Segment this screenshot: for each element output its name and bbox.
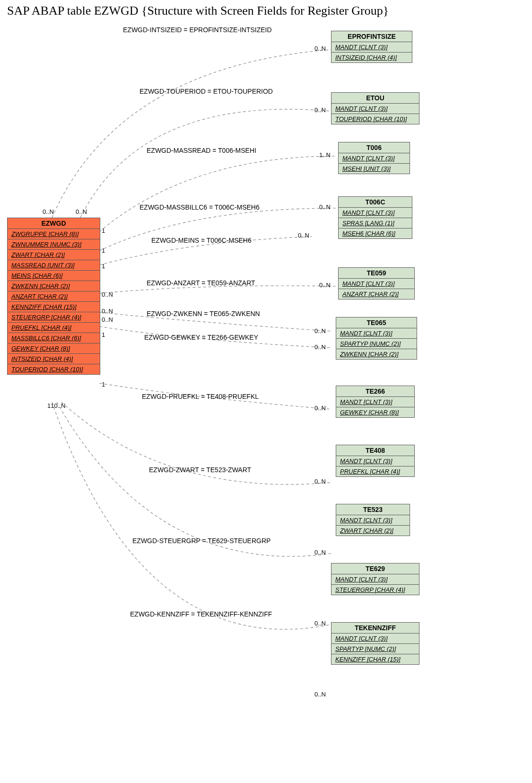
table-row: MANDT [CLNT (3)] (336, 397, 414, 407)
cardinality-right: 0..N (314, 405, 326, 412)
table-row: MASSBILLC6 [CHAR (6)] (8, 333, 100, 343)
table-row: KENNZIFF [CHAR (15)] (8, 302, 100, 312)
relationship-label: EZWGD-KENNZIFF = TEKENNZIFF-KENNZIFF (130, 610, 272, 618)
table-row: SPARTYP [NUMC (2)] (331, 644, 419, 654)
table-row: MANDT [CLNT (3)] (336, 456, 414, 466)
cardinality-right: 0..N (314, 45, 326, 52)
table-row: MSEHI [UNIT (3)] (339, 164, 410, 174)
cardinality-right: 0..N (314, 478, 326, 485)
table-row: TOUPERIOD [CHAR (10)] (8, 364, 100, 374)
table-row: SPRAS [LANG (1)] (339, 218, 412, 229)
table-header: EPROFINTSIZE (331, 31, 412, 42)
table-row: SPARTYP [NUMC (2)] (336, 339, 417, 349)
table-row: GEWKEY [CHAR (8)] (336, 407, 414, 417)
table-te629: TE629 MANDT [CLNT (3)] STEUERGRP [CHAR (… (331, 563, 419, 595)
cardinality-right: 0..N (314, 327, 326, 334)
table-row: MEINS [CHAR (6)] (8, 271, 100, 281)
table-row: INTSIZEID [CHAR (4)] (8, 354, 100, 364)
cardinality-left: 0..N (43, 208, 54, 215)
table-row: MANDT [CLNT (3)] (339, 208, 412, 218)
diagram-page: SAP ABAP table EZWGD {Structure with Scr… (0, 0, 532, 783)
page-title: SAP ABAP table EZWGD {Structure with Scr… (7, 4, 389, 18)
cardinality-right: 0..N (314, 691, 326, 698)
table-tekennziff: TEKENNZIFF MANDT [CLNT (3)] SPARTYP [NUM… (331, 622, 419, 665)
table-row: MANDT [CLNT (3)] (336, 328, 417, 339)
table-row: INTSIZEID [CHAR (4)] (331, 53, 412, 62)
relationship-label: EZWGD-MASSREAD = T006-MSEHI (147, 147, 256, 154)
table-row: MASSREAD [UNIT (3)] (8, 260, 100, 271)
table-row: ANZART [CHAR (2)] (339, 289, 414, 299)
table-header: T006C (339, 197, 412, 208)
cardinality-left: 0..N (102, 291, 113, 298)
table-row: TOUPERIOD [CHAR (10)] (331, 114, 419, 124)
table-te266: TE266 MANDT [CLNT (3)] GEWKEY [CHAR (8)] (336, 386, 415, 418)
table-header: TE065 (336, 317, 417, 328)
table-header: TE523 (336, 504, 410, 515)
table-row: STEUERGRP [CHAR (4)] (331, 585, 419, 595)
cardinality-left: 1 (102, 263, 105, 270)
table-header: TE408 (336, 445, 414, 456)
cardinality-left: 0..N (76, 208, 87, 215)
table-row: MANDT [CLNT (3)] (331, 104, 419, 114)
connector-layer (0, 0, 532, 783)
table-row: ZWART [CHAR (2)] (8, 250, 100, 260)
table-row: MANDT [CLNT (3)] (331, 574, 419, 585)
table-row: ZWNUMMER [NUMC (3)] (8, 239, 100, 250)
cardinality-right: 0..N (314, 106, 326, 114)
relationship-label: EZWGD-PRUEFKL = TE408-PRUEFKL (142, 393, 259, 400)
relationship-label: EZWGD-ANZART = TE059-ANZART (147, 279, 255, 287)
table-t006: T006 MANDT [CLNT (3)] MSEHI [UNIT (3)] (338, 142, 410, 174)
table-row: PRUEFKL [CHAR (4)] (336, 466, 414, 476)
relationship-label: EZWGD-MASSBILLC6 = T006C-MSEH6 (140, 203, 260, 211)
cardinality-right: 0..N (314, 620, 326, 627)
table-header: TE266 (336, 386, 414, 397)
table-row: KENNZIFF [CHAR (15)] (331, 654, 419, 664)
cardinality-right: 0..N (319, 203, 331, 211)
table-te065: TE065 MANDT [CLNT (3)] SPARTYP [NUMC (2)… (336, 317, 417, 360)
cardinality-right: 0..N (298, 232, 309, 239)
table-header: T006 (339, 142, 410, 153)
cardinality-right: 0..N (314, 549, 326, 556)
relationship-label: EZWGD-INTSIZEID = EPROFINTSIZE-INTSIZEID (123, 26, 272, 34)
cardinality-left: 1 (102, 381, 105, 388)
table-header: ETOU (331, 93, 419, 104)
cardinality-right: 0..N (314, 343, 326, 351)
table-header: TE059 (339, 268, 414, 279)
table-row: MANDT [CLNT (3)] (331, 633, 419, 644)
table-row: ZWKENN [CHAR (2)] (336, 349, 417, 359)
table-row: MANDT [CLNT (3)] (339, 279, 414, 289)
table-te523: TE523 MANDT [CLNT (3)] ZWART [CHAR (2)] (336, 504, 410, 536)
relationship-label: EZWGD-STEUERGRP = TE629-STEUERGRP (132, 537, 270, 545)
table-eprofintsize: EPROFINTSIZE MANDT [CLNT (3)] INTSIZEID … (331, 31, 412, 63)
relationship-label: EZWGD-GEWKEY = TE266-GEWKEY (144, 334, 258, 341)
relationship-label: EZWGD-TOUPERIOD = ETOU-TOUPERIOD (140, 88, 273, 95)
cardinality-right: 1..N (319, 151, 331, 158)
table-header: TEKENNZIFF (331, 623, 419, 633)
table-ezwgd: EZWGD ZWGRUPPE [CHAR (8)] ZWNUMMER [NUMC… (7, 218, 100, 375)
table-te059: TE059 MANDT [CLNT (3)] ANZART [CHAR (2)] (338, 267, 415, 299)
table-row: MANDT [CLNT (3)] (339, 153, 410, 164)
cardinality-left: 1 (102, 227, 105, 234)
cardinality-right: 0..N (319, 282, 331, 289)
table-row: ZWGRUPPE [CHAR (8)] (8, 229, 100, 239)
relationship-label: EZWGD-ZWART = TE523-ZWART (149, 466, 251, 474)
cardinality-left: 0..N (102, 308, 113, 315)
cardinality-left: 0..N (102, 316, 113, 323)
table-row: MANDT [CLNT (3)] (331, 42, 412, 53)
relationship-label: EZWGD-ZWKENN = TE065-ZWKENN (147, 310, 260, 317)
table-header: EZWGD (8, 218, 100, 229)
relationship-label: EZWGD-MEINS = T006C-MSEH6 (151, 237, 252, 244)
table-row: ANZART [CHAR (2)] (8, 291, 100, 302)
table-etou: ETOU MANDT [CLNT (3)] TOUPERIOD [CHAR (1… (331, 92, 419, 124)
table-row: STEUERGRP [CHAR (4)] (8, 312, 100, 323)
cardinality-left: 1 (102, 247, 105, 254)
table-te408: TE408 MANDT [CLNT (3)] PRUEFKL [CHAR (4)… (336, 445, 415, 477)
table-row: ZWART [CHAR (2)] (336, 526, 410, 536)
cardinality-left: 110..N (47, 402, 65, 409)
cardinality-left: 1 (102, 331, 105, 338)
table-row: ZWKENN [CHAR (2)] (8, 281, 100, 291)
table-t006c: T006C MANDT [CLNT (3)] SPRAS [LANG (1)] … (338, 196, 412, 239)
table-row: GEWKEY [CHAR (8)] (8, 343, 100, 354)
table-row: MANDT [CLNT (3)] (336, 515, 410, 526)
table-row: MSEH6 [CHAR (6)] (339, 229, 412, 238)
